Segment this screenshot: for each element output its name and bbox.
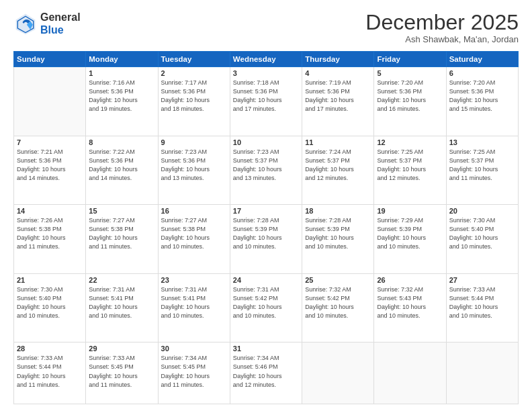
day-info: Sunrise: 7:18 AM Sunset: 5:36 PM Dayligh… (233, 79, 299, 113)
day-info: Sunrise: 7:23 AM Sunset: 5:36 PM Dayligh… (161, 148, 227, 183)
day-info: Sunrise: 7:30 AM Sunset: 5:40 PM Dayligh… (17, 285, 83, 320)
logo-text: General Blue (40, 11, 81, 36)
day-cell: 29Sunrise: 7:33 AM Sunset: 5:45 PM Dayli… (86, 342, 158, 404)
day-cell (446, 342, 518, 404)
col-header-wednesday: Wednesday (230, 52, 302, 67)
day-info: Sunrise: 7:30 AM Sunset: 5:40 PM Dayligh… (449, 216, 515, 251)
day-number: 26 (377, 276, 443, 284)
week-row-1: 1Sunrise: 7:16 AM Sunset: 5:36 PM Daylig… (14, 67, 519, 136)
day-info: Sunrise: 7:33 AM Sunset: 5:45 PM Dayligh… (89, 354, 154, 389)
col-header-sunday: Sunday (14, 52, 86, 67)
day-cell: 5Sunrise: 7:20 AM Sunset: 5:36 PM Daylig… (374, 67, 446, 136)
logo-blue: Blue (40, 24, 81, 36)
day-cell: 17Sunrise: 7:28 AM Sunset: 5:39 PM Dayli… (230, 205, 302, 274)
day-cell: 2Sunrise: 7:17 AM Sunset: 5:36 PM Daylig… (158, 67, 230, 136)
day-number: 23 (161, 276, 227, 284)
day-info: Sunrise: 7:26 AM Sunset: 5:38 PM Dayligh… (17, 216, 83, 251)
day-info: Sunrise: 7:33 AM Sunset: 5:44 PM Dayligh… (17, 354, 83, 389)
day-cell (14, 67, 86, 136)
day-number: 14 (17, 207, 83, 215)
logo-icon (13, 11, 38, 36)
day-cell: 8Sunrise: 7:22 AM Sunset: 5:36 PM Daylig… (86, 136, 158, 205)
day-cell: 4Sunrise: 7:19 AM Sunset: 5:36 PM Daylig… (302, 67, 374, 136)
day-info: Sunrise: 7:32 AM Sunset: 5:43 PM Dayligh… (377, 285, 443, 320)
day-number: 11 (305, 138, 371, 146)
day-cell (374, 342, 446, 404)
day-number: 4 (305, 69, 371, 77)
day-cell: 31Sunrise: 7:34 AM Sunset: 5:46 PM Dayli… (230, 342, 302, 404)
day-number: 19 (377, 207, 443, 215)
day-cell: 12Sunrise: 7:25 AM Sunset: 5:37 PM Dayli… (374, 136, 446, 205)
day-info: Sunrise: 7:29 AM Sunset: 5:39 PM Dayligh… (377, 216, 443, 251)
day-info: Sunrise: 7:20 AM Sunset: 5:36 PM Dayligh… (449, 79, 515, 113)
day-cell: 3Sunrise: 7:18 AM Sunset: 5:36 PM Daylig… (230, 67, 302, 136)
day-info: Sunrise: 7:24 AM Sunset: 5:37 PM Dayligh… (305, 148, 371, 183)
day-info: Sunrise: 7:31 AM Sunset: 5:42 PM Dayligh… (233, 285, 299, 320)
day-number: 7 (17, 138, 83, 146)
day-number: 30 (161, 345, 227, 353)
day-number: 8 (89, 138, 154, 146)
day-cell: 18Sunrise: 7:28 AM Sunset: 5:39 PM Dayli… (302, 205, 374, 274)
calendar-header-row: SundayMondayTuesdayWednesdayThursdayFrid… (14, 52, 519, 67)
week-row-5: 28Sunrise: 7:33 AM Sunset: 5:44 PM Dayli… (14, 342, 519, 404)
day-number: 13 (449, 138, 515, 146)
day-number: 24 (233, 276, 299, 284)
col-header-monday: Monday (86, 52, 158, 67)
day-cell: 6Sunrise: 7:20 AM Sunset: 5:36 PM Daylig… (446, 67, 518, 136)
day-number: 22 (89, 276, 154, 284)
day-info: Sunrise: 7:19 AM Sunset: 5:36 PM Dayligh… (305, 79, 371, 113)
logo-general: General (40, 11, 81, 24)
day-number: 3 (233, 69, 299, 77)
day-cell: 24Sunrise: 7:31 AM Sunset: 5:42 PM Dayli… (230, 273, 302, 342)
day-cell: 22Sunrise: 7:31 AM Sunset: 5:41 PM Dayli… (86, 273, 158, 342)
day-cell: 26Sunrise: 7:32 AM Sunset: 5:43 PM Dayli… (374, 273, 446, 342)
logo: General Blue (13, 11, 81, 36)
day-number: 5 (377, 69, 443, 77)
page: General Blue December 2025 Ash Shawbak, … (0, 0, 532, 411)
col-header-friday: Friday (374, 52, 446, 67)
day-number: 15 (89, 207, 154, 215)
day-cell: 19Sunrise: 7:29 AM Sunset: 5:39 PM Dayli… (374, 205, 446, 274)
day-cell: 15Sunrise: 7:27 AM Sunset: 5:38 PM Dayli… (86, 205, 158, 274)
day-cell: 30Sunrise: 7:34 AM Sunset: 5:45 PM Dayli… (158, 342, 230, 404)
col-header-thursday: Thursday (302, 52, 374, 67)
day-number: 16 (161, 207, 227, 215)
day-info: Sunrise: 7:23 AM Sunset: 5:37 PM Dayligh… (233, 148, 299, 183)
day-number: 6 (449, 69, 515, 77)
col-header-tuesday: Tuesday (158, 52, 230, 67)
month-title: December 2025 (365, 11, 519, 34)
day-info: Sunrise: 7:28 AM Sunset: 5:39 PM Dayligh… (233, 216, 299, 251)
day-number: 1 (89, 69, 154, 77)
day-cell: 1Sunrise: 7:16 AM Sunset: 5:36 PM Daylig… (86, 67, 158, 136)
day-info: Sunrise: 7:27 AM Sunset: 5:38 PM Dayligh… (161, 216, 227, 251)
day-number: 21 (17, 276, 83, 284)
day-info: Sunrise: 7:27 AM Sunset: 5:38 PM Dayligh… (89, 216, 154, 251)
day-info: Sunrise: 7:25 AM Sunset: 5:37 PM Dayligh… (449, 148, 515, 183)
day-cell: 7Sunrise: 7:21 AM Sunset: 5:36 PM Daylig… (14, 136, 86, 205)
day-info: Sunrise: 7:20 AM Sunset: 5:36 PM Dayligh… (377, 79, 443, 113)
location: Ash Shawbak, Ma'an, Jordan (365, 34, 519, 44)
day-number: 9 (161, 138, 227, 146)
day-number: 28 (17, 345, 83, 353)
day-number: 20 (449, 207, 515, 215)
day-cell: 28Sunrise: 7:33 AM Sunset: 5:44 PM Dayli… (14, 342, 86, 404)
day-info: Sunrise: 7:34 AM Sunset: 5:46 PM Dayligh… (233, 354, 299, 389)
day-cell: 9Sunrise: 7:23 AM Sunset: 5:36 PM Daylig… (158, 136, 230, 205)
day-info: Sunrise: 7:22 AM Sunset: 5:36 PM Dayligh… (89, 148, 154, 183)
day-cell: 21Sunrise: 7:30 AM Sunset: 5:40 PM Dayli… (14, 273, 86, 342)
day-number: 25 (305, 276, 371, 284)
day-info: Sunrise: 7:34 AM Sunset: 5:45 PM Dayligh… (161, 354, 227, 389)
day-info: Sunrise: 7:32 AM Sunset: 5:42 PM Dayligh… (305, 285, 371, 320)
day-cell: 14Sunrise: 7:26 AM Sunset: 5:38 PM Dayli… (14, 205, 86, 274)
week-row-3: 14Sunrise: 7:26 AM Sunset: 5:38 PM Dayli… (14, 205, 519, 274)
day-number: 29 (89, 345, 154, 353)
day-info: Sunrise: 7:28 AM Sunset: 5:39 PM Dayligh… (305, 216, 371, 251)
day-number: 2 (161, 69, 227, 77)
day-cell: 23Sunrise: 7:31 AM Sunset: 5:41 PM Dayli… (158, 273, 230, 342)
day-cell: 13Sunrise: 7:25 AM Sunset: 5:37 PM Dayli… (446, 136, 518, 205)
col-header-saturday: Saturday (446, 52, 518, 67)
day-cell: 11Sunrise: 7:24 AM Sunset: 5:37 PM Dayli… (302, 136, 374, 205)
day-number: 31 (233, 345, 299, 353)
day-cell: 20Sunrise: 7:30 AM Sunset: 5:40 PM Dayli… (446, 205, 518, 274)
day-info: Sunrise: 7:21 AM Sunset: 5:36 PM Dayligh… (17, 148, 83, 183)
